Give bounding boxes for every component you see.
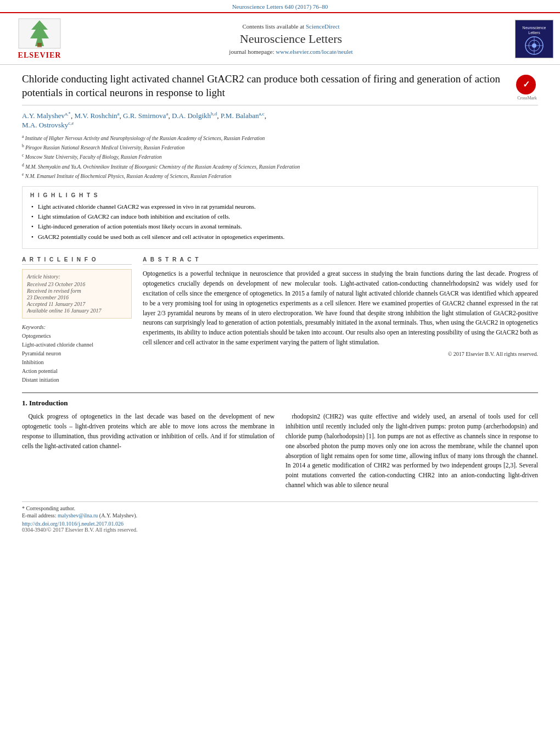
author-ostrovsky: M.A. Ostrovsky	[22, 121, 68, 130]
highlights-list: Light activated chloride channel GtACR2 …	[30, 203, 530, 242]
main-content: Chloride conducting light activated chan…	[0, 65, 560, 544]
journal-thumbnail: Neuroscience Letters	[515, 20, 553, 58]
author-roshchin: M.V. Roshchin	[74, 111, 117, 120]
crossmark: ✓ CrossMark	[516, 75, 538, 101]
footer-copyright: 0304-3940/© 2017 Elsevier B.V. All right…	[22, 527, 538, 533]
keyword-6: Distant initiation	[22, 376, 132, 384]
intro-title: 1. Introduction	[22, 399, 538, 408]
abstract-col: A B S T R A C T Optogenetics is a powerf…	[143, 256, 538, 384]
revised-label: Received in revised form	[27, 288, 127, 294]
elsevier-logo: ELSEVIER	[7, 18, 72, 60]
crossmark-icon[interactable]: ✓	[516, 75, 536, 94]
highlight-item-3: Light-induced generation of action poten…	[30, 222, 530, 231]
keyword-2: Light-activated chloride channel	[22, 341, 132, 349]
journal-thumb: Neuroscience Letters	[509, 20, 553, 58]
abstract-text: Optogenetics is a powerful technique in …	[143, 269, 538, 348]
article-info-col: A R T I C L E I N F O Article history: R…	[22, 256, 132, 384]
available-date: Available online 16 January 2017	[27, 308, 127, 314]
article-title: Chloride conducting light activated chan…	[22, 72, 511, 99]
keywords-section: Keywords: Optogenetics Light-activated c…	[22, 324, 132, 384]
homepage-url[interactable]: www.elsevier.com/locate/neulet	[276, 48, 352, 55]
affiliation-c: c Moscow State University, Faculty of Bi…	[22, 152, 538, 161]
journal-homepage: journal homepage: www.elsevier.com/locat…	[72, 48, 509, 55]
highlight-item-4: GtACR2 potentially could be used both as…	[30, 233, 530, 241]
keyword-4: Inhibition	[22, 358, 132, 367]
doi-line: http://dx.doi.org/10.1016/j.neulet.2017.…	[22, 521, 538, 527]
email-note: E-mail address: malyshev@ilna.ru (A.Y. M…	[22, 512, 538, 518]
sciencedirect-link[interactable]: ScienceDirect	[306, 23, 340, 30]
received-date: Received 23 October 2016	[27, 281, 127, 287]
affiliation-e: e N.M. Emanuel Institute of Biochemical …	[22, 171, 538, 180]
author-balaban: P.M. Balaban	[221, 111, 259, 120]
email-link[interactable]: malyshev@ilna.ru	[58, 512, 98, 518]
svg-text:Letters: Letters	[528, 31, 540, 35]
article-info-label: A R T I C L E I N F O	[22, 256, 132, 265]
abstract-label: A B S T R A C T	[143, 256, 538, 265]
highlight-item-1: Light activated chloride channel GtACR2 …	[30, 203, 530, 211]
elsevier-tree-icon	[18, 18, 61, 49]
author-smirnova: G.R. Smirnova	[123, 111, 166, 120]
crossmark-label: CrossMark	[516, 96, 538, 101]
citation-bar: Neuroscience Letters 640 (2017) 76–80	[0, 0, 560, 12]
keyword-3: Pyramidal neuron	[22, 349, 132, 358]
elsevier-brand: ELSEVIER	[18, 51, 61, 60]
doi-link[interactable]: http://dx.doi.org/10.1016/j.neulet.2017.…	[22, 521, 124, 527]
article-history: Article history: Received 23 October 201…	[22, 269, 132, 319]
svg-text:Neuroscience: Neuroscience	[523, 26, 546, 30]
highlights-title: H I G H L I G H T S	[30, 192, 530, 198]
revised-date: 23 December 2016	[27, 294, 127, 300]
accepted-date: Accepted 11 January 2017	[27, 301, 127, 307]
keywords-list: Optogenetics Light-activated chloride ch…	[22, 332, 132, 384]
corresponding-note: * Corresponding author.	[22, 505, 538, 511]
keyword-1: Optogenetics	[22, 332, 132, 341]
footer-section: * Corresponding author. E-mail address: …	[22, 501, 538, 533]
author-dolgikh: D.A. Dolgikh	[172, 111, 211, 120]
authors-line: A.Y. Malysheva,*, M.V. Roshchina, G.R. S…	[22, 111, 538, 130]
journal-center-info: Contents lists available at ScienceDirec…	[72, 23, 509, 55]
affiliation-b: b Pirogov Russian National Research Medi…	[22, 143, 538, 152]
highlight-item-2: Light stimulation of GtACR2 can induce b…	[30, 213, 530, 221]
keywords-label: Keywords:	[22, 324, 132, 330]
affiliation-a: a Institute of Higher Nervous Activity a…	[22, 133, 538, 142]
author-malyshev: A.Y. Malyshev	[22, 111, 65, 120]
intro-left-text: Quick progress of optogenetics in the la…	[22, 412, 275, 451]
info-abstract-section: A R T I C L E I N F O Article history: R…	[22, 256, 538, 384]
article-title-section: Chloride conducting light activated chan…	[22, 72, 538, 105]
intro-two-col: Quick progress of optogenetics in the la…	[22, 412, 538, 490]
intro-left: Quick progress of optogenetics in the la…	[22, 412, 275, 490]
journal-header: ELSEVIER Contents lists available at Sci…	[0, 12, 560, 65]
svg-rect-2	[37, 43, 42, 47]
svg-text:✓: ✓	[523, 80, 530, 89]
journal-name: Neuroscience Letters	[72, 32, 509, 46]
contents-available: Contents lists available at ScienceDirec…	[72, 23, 509, 30]
abstract-copyright: © 2017 Elsevier B.V. All rights reserved…	[143, 351, 538, 357]
affiliations: a Institute of Higher Nervous Activity a…	[22, 133, 538, 181]
history-label: Article history:	[27, 274, 127, 280]
intro-right-text: rhodopsin2 (CHR2) was quite effective an…	[285, 412, 538, 490]
keyword-5: Action potential	[22, 367, 132, 376]
intro-right: rhodopsin2 (CHR2) was quite effective an…	[285, 412, 538, 490]
affiliation-d: d M.M. Shemyakin and Yu.A. Ovchinnikov I…	[22, 162, 538, 171]
introduction-section: 1. Introduction Quick progress of optoge…	[22, 392, 538, 490]
citation-text: Neuroscience Letters 640 (2017) 76–80	[232, 3, 328, 10]
highlights-section: H I G H L I G H T S Light activated chlo…	[22, 186, 538, 249]
